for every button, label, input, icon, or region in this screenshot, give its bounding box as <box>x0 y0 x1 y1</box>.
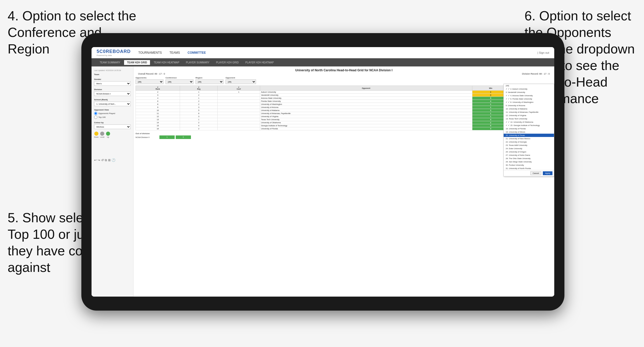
cell-opponent: University of Virginia <box>260 115 472 118</box>
dropdown-item[interactable]: 3. Vanderbilt University <box>504 91 554 94</box>
sidebar-division-select[interactable]: NCAA Division I <box>94 91 131 96</box>
cell-reg: 2 <box>180 103 218 106</box>
table-row[interactable]: 10 5 University of Alabama 3 0 <box>136 109 552 112</box>
cell-conf <box>218 118 260 121</box>
out-of-division-label: Out of division <box>136 132 552 135</box>
dropdown-item[interactable]: 9. University of Arizona <box>504 104 554 107</box>
cell-rank: 3 <box>136 94 180 97</box>
dropdown-item[interactable]: 28. The Ohio State University <box>504 157 554 160</box>
dropdown-item[interactable]: ✓ 15. Georgia Institute of Technology <box>504 124 554 127</box>
cell-rank: 11 <box>136 112 180 115</box>
table-row[interactable]: 3 2 Vanderbilt University 0 4 <box>136 94 552 97</box>
table-row[interactable]: 2 1 1 Auburn University 2 1 <box>136 91 552 94</box>
sidebar-gender-select[interactable]: Men's <box>94 81 131 86</box>
dropdown-item[interactable]: 25. University of Oregon <box>504 150 554 154</box>
sidebar-school-select[interactable]: 1. University of Nort... <box>94 102 131 106</box>
redo-icon[interactable]: ↪ <box>98 158 100 162</box>
dropdown-item[interactable]: ✓ 8. University of Washington <box>504 101 554 104</box>
apply-button[interactable]: Apply <box>543 171 552 175</box>
dropdown-item[interactable]: 18. University of Illinois <box>504 130 554 134</box>
nav-committee[interactable]: COMMITTEE <box>188 51 206 54</box>
table-row[interactable]: 6 2 Florida State University 4 2 <box>136 100 552 103</box>
dropdown-item[interactable]: 31. University of North Florida <box>504 167 554 170</box>
dropdown-item[interactable]: ✓ 14. University of Oklahoma <box>504 120 554 124</box>
div2-row: NCAA Division II 1 0 <box>136 135 552 139</box>
undo-icon[interactable]: ↩ <box>94 158 97 162</box>
div2-label: NCAA Division II <box>136 136 158 138</box>
cell-conf <box>218 124 260 127</box>
dropdown-item[interactable]: 22. University of Georgia <box>504 140 554 144</box>
table-row[interactable]: 8 2 University of Washington 1 0 <box>136 103 552 106</box>
dropdown-item[interactable]: 10. University of Alabama <box>504 107 554 110</box>
table-row[interactable]: 9 3 University of Arizona 1 0 <box>136 106 552 109</box>
reset-icon[interactable]: ↺ <box>101 158 104 162</box>
dropdown-item[interactable]: 12. University of Virginia <box>504 114 554 117</box>
sidebar-colour-label: Colour by <box>94 121 131 124</box>
subnav-team-summary[interactable]: TEAM SUMMARY <box>97 60 124 65</box>
cell-reg: 1 <box>180 91 218 94</box>
radio-group: Opponents Played Top 100 <box>94 112 131 119</box>
cell-reg: 1 <box>180 118 218 121</box>
subnav-team-h2h-heatmap[interactable]: TEAM H2H HEATMAP <box>151 60 182 65</box>
radio-opponents-played-label: Opponents Played <box>98 112 115 115</box>
sidebar-school-section: School (Rank) 1. University of Nort... <box>94 99 131 106</box>
cancel-button[interactable]: Cancel <box>530 171 541 175</box>
cell-rank: 4 <box>136 97 180 100</box>
cell-rank: 10 <box>136 109 180 112</box>
dropdown-item[interactable]: ✓ 4. Arizona State University <box>504 94 554 97</box>
dropdown-item[interactable]: 24. Duke University <box>504 147 554 150</box>
dropdown-item[interactable]: ✓ 6. Florida State University <box>504 97 554 101</box>
subnav-team-h2h-grid[interactable]: TEAM H2H GRID <box>124 60 150 65</box>
table-row[interactable]: 14 2 University of Oklahoma 2 2 <box>136 121 552 124</box>
subnav-player-h2h-grid[interactable]: PLAYER H2H GRID <box>213 60 242 65</box>
dropdown-item[interactable]: ✓ 2. Auburn University <box>504 87 554 91</box>
dropdown-item[interactable]: 21. University of New Mexico <box>504 137 554 140</box>
nav-tournaments[interactable]: TOURNAMENTS <box>138 51 162 54</box>
nav-teams[interactable]: TEAMS <box>169 51 180 54</box>
radio-top100-input[interactable] <box>94 116 97 119</box>
dropdown-item[interactable]: 13. Texas Tech University <box>504 117 554 120</box>
radio-top100[interactable]: Top 100 <box>94 116 131 119</box>
table-row[interactable]: 13 1 Texas Tech University 3 0 <box>136 118 552 121</box>
record-row: Overall Record: 89 - 17 - 0 Division Rec… <box>136 73 552 75</box>
dropdown-item[interactable]: 11. University of Arkansas, Fayetteville <box>504 110 554 114</box>
filter-opponent-select[interactable]: (All) <box>226 79 256 84</box>
dropdown-item[interactable]: 29. San Diego State University <box>504 160 554 163</box>
dropdown-item[interactable]: 23. Texas A&M University <box>504 144 554 147</box>
table-row[interactable]: 11 6 University of Arkansas, Fayettevill… <box>136 112 552 115</box>
filter-opponents-select[interactable]: (All) <box>136 79 163 84</box>
cell-reg: 1 <box>180 97 218 100</box>
dropdown-item[interactable]: 20. University of Texas <box>504 134 554 137</box>
table-row[interactable]: 15 4 Georgia Institute of Technology 5 0 <box>136 124 552 127</box>
dropdown-item[interactable]: 30. Purdue University <box>504 163 554 167</box>
nav-sign-out[interactable]: | Sign out <box>537 51 549 54</box>
paste-icon[interactable]: ⊞ <box>108 158 111 162</box>
table-row[interactable]: 12 3 University of Virginia 1 0 <box>136 115 552 118</box>
cell-rank: 16 <box>136 127 180 130</box>
right-panel: University of North Carolina Head-to-Hea… <box>133 66 554 297</box>
clock-icon[interactable]: 🕐 <box>112 158 115 162</box>
table-row[interactable]: 16 2 University of Florida 3 1 <box>136 127 552 130</box>
radio-opponents-played[interactable]: Opponents Played <box>94 112 131 115</box>
cell-conf <box>218 97 260 100</box>
filter-region-select[interactable]: (All) <box>196 79 223 84</box>
div2-win: 1 <box>159 135 175 139</box>
cell-reg: 5 <box>180 109 218 112</box>
sidebar-colour-select[interactable]: Win/loss <box>94 124 131 129</box>
table-row[interactable]: 4 1 Arizona State University 5 1 <box>136 97 552 100</box>
opponent-dropdown: (All)✓ 2. Auburn University3. Vanderbilt… <box>503 84 554 176</box>
sidebar: Last Updated: 4/10/2024 16:55:38 Team Ge… <box>92 66 133 297</box>
colour-dot-up <box>106 132 110 136</box>
last-updated: Last Updated: 4/10/2024 16:55:38 <box>94 70 131 71</box>
filter-conference-select[interactable]: (All) <box>166 79 193 84</box>
cell-rank: 14 <box>136 121 180 124</box>
subnav-player-h2h-heatmap[interactable]: PLAYER H2H HEATMAP <box>242 60 277 65</box>
copy-icon[interactable]: ⧉ <box>105 158 107 162</box>
radio-opponents-played-input[interactable] <box>94 112 97 115</box>
dropdown-item[interactable]: 27. University of Notre Dame <box>504 154 554 157</box>
cell-conf: 1 <box>218 91 260 94</box>
dropdown-item[interactable]: (All) <box>504 84 554 87</box>
cell-conf <box>218 112 260 115</box>
subnav-player-summary[interactable]: PLAYER SUMMARY <box>183 60 212 65</box>
dropdown-item[interactable]: 16. University of Florida <box>504 127 554 130</box>
